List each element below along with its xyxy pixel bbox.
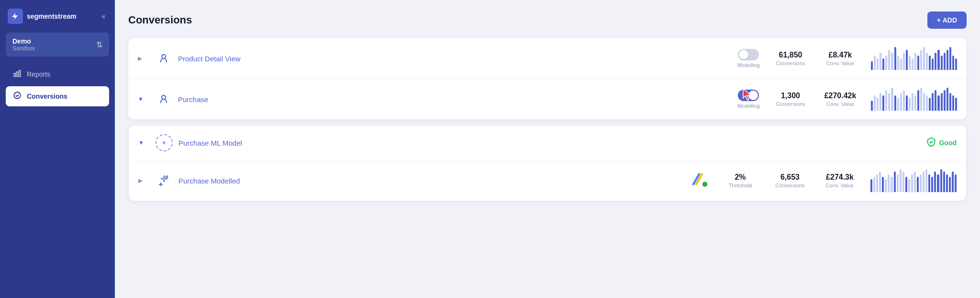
chart-bar xyxy=(903,53,905,70)
chart-bar xyxy=(944,90,946,111)
sidebar: segmentstream « Demo Sandbox ⇅ Reports xyxy=(0,0,115,298)
chart-bar xyxy=(894,95,896,111)
chart-bar xyxy=(949,93,951,111)
chart-bar xyxy=(880,53,881,70)
chart-bar xyxy=(882,95,884,111)
chart-bar xyxy=(891,88,893,111)
chart-bar xyxy=(935,90,936,111)
purchase-modelled-chart xyxy=(870,169,957,192)
table-row: ▶ Purchase Modelled xyxy=(129,160,966,201)
chart-bar xyxy=(908,179,910,192)
chart-bar xyxy=(877,98,879,111)
chart-bar xyxy=(947,88,948,111)
purchase-modelled-threshold-value: 2% xyxy=(735,173,746,182)
product-detail-conv-value-label: Conv. Value xyxy=(826,60,854,66)
chart-bar xyxy=(955,58,957,70)
chart-bar xyxy=(871,61,873,70)
expand-purchase-icon[interactable]: ▼ xyxy=(138,96,149,103)
chart-bar xyxy=(897,98,899,111)
purchase-modelled-conversions-stat: 6,653 Conversions xyxy=(771,173,809,188)
google-ads-icon xyxy=(689,172,710,189)
chart-bar xyxy=(952,172,954,192)
purchase-toggle: Modelling xyxy=(737,90,760,109)
purchase-modelled-conv-value: £274.3k xyxy=(826,173,854,182)
purchase-modelled-link[interactable]: Purchase Modelled xyxy=(178,177,689,185)
purchase-conversions-label: Conversions xyxy=(776,101,805,107)
chart-bar xyxy=(923,93,925,111)
chart-bar xyxy=(876,174,878,192)
svg-rect-0 xyxy=(14,73,15,77)
product-detail-view-link[interactable]: Product Detail View xyxy=(178,55,737,63)
chart-bar xyxy=(935,53,936,70)
chart-bar xyxy=(885,56,887,70)
chart-bar xyxy=(914,172,916,192)
chart-bar xyxy=(894,47,896,70)
logo-svg xyxy=(11,11,20,21)
svg-rect-2 xyxy=(19,70,21,77)
svg-point-7 xyxy=(702,182,708,187)
main-header: Conversions + ADD xyxy=(128,11,967,29)
sidebar-item-conversions[interactable]: Conversions xyxy=(6,86,109,106)
chart-bar xyxy=(909,56,911,70)
workspace-sub: Sandbox xyxy=(12,45,35,52)
main-content: Conversions + ADD ▶ Product Detail View … xyxy=(115,0,980,298)
purchase-link[interactable]: Purchase xyxy=(178,95,737,103)
chart-bar xyxy=(888,93,890,111)
expand-product-detail-icon[interactable]: ▶ xyxy=(138,55,149,62)
sidebar-logo: segmentstream xyxy=(8,9,77,24)
chart-bar xyxy=(894,172,896,192)
workspace-selector[interactable]: Demo Sandbox ⇅ xyxy=(6,33,109,57)
chart-bar xyxy=(920,50,922,70)
product-detail-conv-value-stat: £8.47k Conv. Value xyxy=(821,51,859,66)
chart-bar xyxy=(873,177,875,192)
sidebar-item-conversions-label: Conversions xyxy=(27,92,67,100)
chart-bar xyxy=(920,174,922,192)
page-title: Conversions xyxy=(128,14,192,26)
chart-bar xyxy=(882,177,884,192)
modelling-toggle-purchase[interactable] xyxy=(738,90,759,101)
expand-purchase-ml-icon[interactable]: ▼ xyxy=(138,139,150,146)
chart-bar xyxy=(943,172,945,192)
purchase-modelled-threshold-stat: 2% Threshold xyxy=(721,173,759,188)
chart-bar xyxy=(926,95,928,111)
table-row: ▶ Product Detail View Modelling 61,850 C… xyxy=(128,38,967,79)
chart-bar xyxy=(877,58,879,70)
chart-bar xyxy=(911,174,913,192)
product-detail-conversions-value: 61,850 xyxy=(779,51,802,59)
purchase-conv-value-stat: £270.42k Conv. Value xyxy=(821,92,859,107)
collapse-sidebar-button[interactable]: « xyxy=(100,11,107,22)
add-button[interactable]: + ADD xyxy=(927,11,967,29)
chart-bar xyxy=(871,101,873,111)
chart-bar xyxy=(880,93,881,111)
chart-bar xyxy=(882,58,884,70)
product-detail-icon xyxy=(155,50,172,67)
chart-bar xyxy=(937,50,939,70)
chart-bar xyxy=(920,88,922,111)
purchase-modelled-conversions-value: 6,653 xyxy=(780,173,800,182)
sidebar-item-reports-label: Reports xyxy=(27,70,50,78)
expand-purchase-modelled-icon[interactable]: ▶ xyxy=(138,177,150,184)
chart-bar xyxy=(888,174,890,192)
sidebar-item-reports[interactable]: Reports xyxy=(6,64,109,84)
chart-bar xyxy=(891,53,893,70)
workspace-info: Demo Sandbox xyxy=(12,37,35,52)
chart-bar xyxy=(923,47,925,70)
product-detail-stats: Modelling 61,850 Conversions £8.47k Conv… xyxy=(737,47,957,70)
chart-bar xyxy=(931,177,933,192)
chart-bar xyxy=(949,47,951,70)
product-detail-conversions-label: Conversions xyxy=(776,60,805,66)
chart-bar xyxy=(902,172,904,192)
modelling-label-product: Modelling xyxy=(737,62,760,68)
chart-bar xyxy=(905,177,907,192)
chart-bar xyxy=(928,174,930,192)
modelling-toggle-product[interactable] xyxy=(738,49,759,60)
logo-icon xyxy=(8,9,23,24)
purchase-modelled-threshold-label: Threshold xyxy=(729,183,752,188)
good-icon xyxy=(926,137,936,149)
chart-bar xyxy=(944,53,946,70)
chart-bar xyxy=(900,169,902,192)
chart-bar xyxy=(941,56,943,70)
purchase-stats: Modelling 1,300 Conversions £270.42k Con… xyxy=(737,88,957,111)
chart-bar xyxy=(932,58,934,70)
purchase-modelled-conversions-label: Conversions xyxy=(775,183,804,188)
